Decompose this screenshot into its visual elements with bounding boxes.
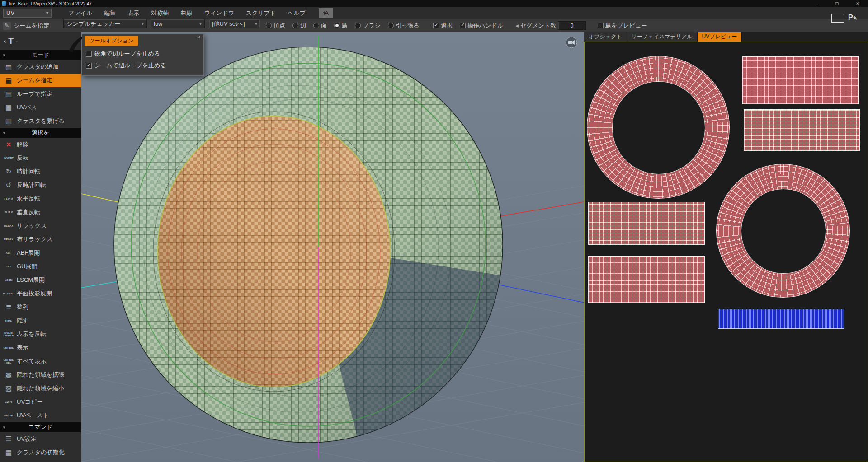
sidebar-item-connect-clusters[interactable]: ▦ クラスタを繋げる <box>0 114 81 128</box>
section-header-commands[interactable]: ▼ コマンド <box>0 422 81 432</box>
relax-icon: RELAX <box>3 221 14 231</box>
section-header-selection[interactable]: ▼ 選択を <box>0 128 81 138</box>
radio-pull[interactable]: 引っ張る <box>388 22 420 30</box>
tab-surface-materials[interactable]: サーフェイスマテリアル <box>627 32 698 42</box>
resolution-dropdown[interactable]: low <box>151 19 205 28</box>
radio-vertex[interactable]: 頂点 <box>266 22 285 30</box>
sidebar-item-align[interactable]: ≣ 整列 <box>0 300 81 314</box>
uvset-dropdown[interactable]: [他UV setへ] <box>209 19 260 28</box>
menu-file[interactable]: ファイル <box>62 7 98 19</box>
pen-pressure-icon[interactable]: P✎ <box>848 14 857 22</box>
checkbox-label: 選択 <box>441 22 453 30</box>
sidebar-item-select-by-loop[interactable]: ▦ ループで指定 <box>0 87 81 101</box>
menu-help[interactable]: ヘルプ <box>282 7 311 19</box>
text-tool-icon[interactable]: T <box>8 36 14 46</box>
menu-curves[interactable]: 曲線 <box>175 7 198 19</box>
uv-preview-pane[interactable] <box>584 42 868 462</box>
menu-view[interactable]: 表示 <box>122 7 145 19</box>
checkbox-island-preview[interactable]: 島をプレビュー <box>598 22 647 30</box>
grid-icon: ▦ <box>3 89 14 99</box>
sidebar-item-reset-seams[interactable]: ▦ シームの初期化 <box>0 459 81 462</box>
sidebar-item-add-cluster[interactable]: ▦ クラスタの追加 <box>0 60 81 74</box>
menu-symmetry[interactable]: 対称軸 <box>145 7 175 19</box>
tool-options-popup[interactable]: ツールオプション ✕ 鋭角で辺ループを止める シームで辺ループを止める <box>82 34 204 76</box>
sidebar-item-flip-v[interactable]: FLIP V 垂直反転 <box>0 205 81 219</box>
uv-island-blue-strip[interactable] <box>718 309 844 329</box>
sidebar-item-mark-seams[interactable]: ▦ シームを指定 <box>0 74 81 87</box>
uv-island-strip-1[interactable] <box>742 56 859 104</box>
item-label: クラスタの初期化 <box>17 448 65 457</box>
radio-label: 島 <box>342 22 348 30</box>
checker-dropdown-value: シンプルチェッカー <box>66 20 120 28</box>
sidebar-item-planar-unwrap[interactable]: PLANAR 平面投影展開 <box>0 287 81 300</box>
sidebar-item-lscm-unwrap[interactable]: LSCM LSCM展開 <box>0 273 81 287</box>
sidebar-item-uv-copy[interactable]: COPY UVコピー <box>0 395 81 409</box>
tab-uv-preview[interactable]: UVプレビュー <box>698 32 742 42</box>
sidebar-item-unhide-all[interactable]: UNHIDE ALL すべて表示 <box>0 355 81 368</box>
sidebar-item-uv-path[interactable]: ▦ UVパス <box>0 101 81 114</box>
lscm-icon: LSCM <box>3 275 14 285</box>
item-label: 平面投影展開 <box>17 289 52 298</box>
sidebar-item-cloth-relax[interactable]: RELAX 布リラックス <box>0 233 81 246</box>
radio-island[interactable]: 島 <box>334 22 348 30</box>
sidebar-item-hide[interactable]: HIDE 隠す <box>0 314 81 327</box>
uv-island-ring-2[interactable] <box>716 164 850 298</box>
menu-window[interactable]: ウィンドウ <box>198 7 240 19</box>
sidebar-item-uv-paste[interactable]: PASTE UVペースト <box>0 409 81 422</box>
sidebar-item-relax[interactable]: RELAX リラックス <box>0 219 81 233</box>
sidebar-item-flip-u[interactable]: FLIP U 水平反転 <box>0 192 81 205</box>
radio-face[interactable]: 面 <box>313 22 327 30</box>
sidebar-item-abf-unwrap[interactable]: ABF ABF展開 <box>0 246 81 260</box>
uv-island-ring-1[interactable] <box>587 56 730 199</box>
app-icon <box>2 1 6 6</box>
uv-island-strip-2[interactable] <box>744 109 860 151</box>
collapse-arrow-icon[interactable]: ‹ <box>4 37 6 45</box>
radio-edge[interactable]: 辺 <box>292 22 306 30</box>
segments-decrement[interactable]: ◀ <box>514 23 520 28</box>
tire-model[interactable] <box>114 47 504 443</box>
item-label: ループで指定 <box>17 90 52 98</box>
radio-label: 頂点 <box>274 22 285 30</box>
radio-label: 辺 <box>300 22 306 30</box>
close-button[interactable]: ✕ <box>847 0 868 7</box>
menu-edit[interactable]: 編集 <box>98 7 122 19</box>
viewport-navigation-icon[interactable] <box>566 37 577 48</box>
rotate-cw-icon: ↻ <box>3 167 14 177</box>
sidebar-item-shrink-hidden-region[interactable]: ▨ 隠れた領域を縮小 <box>0 382 81 395</box>
panel-layout-icon[interactable] <box>831 14 844 23</box>
uv-island-strip-3[interactable] <box>588 202 705 245</box>
uv-island-strip-4[interactable] <box>588 256 705 303</box>
invert-icon: INVERT <box>3 153 14 163</box>
tool-options-title: ツールオプション <box>85 36 138 46</box>
segments-value-input[interactable]: 0 <box>558 21 586 30</box>
item-label: GU展開 <box>17 262 38 271</box>
checkbox-box <box>433 23 439 28</box>
sidebar-item-expand-hidden-region[interactable]: ▩ 隠れた領域を拡張 <box>0 368 81 382</box>
uv-menu-dropdown[interactable]: UV <box>3 9 52 18</box>
option-stop-loops-at-sharp-corners[interactable]: 鋭角で辺ループを止める <box>86 50 166 58</box>
sidebar-item-reset-clusters[interactable]: ▦ クラスタの初期化 <box>0 446 81 459</box>
sidebar-item-rotate-ccw[interactable]: ↺ 反時計回転 <box>0 178 81 192</box>
sidebar-item-uv-settings[interactable]: ☰ UV設定 <box>0 432 81 446</box>
item-label: クラスタの追加 <box>17 63 59 71</box>
sidebar-item-unhide[interactable]: UNHIDE 表示 <box>0 341 81 355</box>
sidebar-item-invert-selection[interactable]: INVERT 反転 <box>0 151 81 165</box>
sidebar-item-gu-unwrap[interactable]: GU GU展開 <box>0 260 81 273</box>
tab-objects[interactable]: オブジェクト <box>584 32 627 42</box>
minimize-button[interactable]: — <box>806 0 826 7</box>
sidebar-item-deselect[interactable]: ✕ 解除 <box>0 138 81 151</box>
maximize-button[interactable]: ▢ <box>826 0 847 7</box>
viewport-3d[interactable] <box>81 32 584 462</box>
popup-close-icon[interactable]: ✕ <box>197 35 201 40</box>
checkbox-box <box>86 51 92 57</box>
radio-brush[interactable]: ブラシ <box>355 22 381 30</box>
menu-script[interactable]: スクリプト <box>240 7 282 19</box>
menu-color[interactable]: 色 <box>319 8 333 18</box>
sidebar-item-rotate-cw[interactable]: ↻ 時計回転 <box>0 165 81 178</box>
checker-dropdown[interactable]: シンプルチェッカー <box>63 19 147 28</box>
uvset-dropdown-value: [他UV setへ] <box>212 20 245 28</box>
option-stop-loops-at-seams[interactable]: シームで辺ループを止める <box>86 61 166 70</box>
sidebar-item-invert-hidden[interactable]: INVERT HIDDEN 表示を反転 <box>0 327 81 341</box>
checkbox-select[interactable]: 選択 <box>433 22 453 30</box>
checkbox-manipulator[interactable]: 操作ハンドル <box>460 22 503 30</box>
